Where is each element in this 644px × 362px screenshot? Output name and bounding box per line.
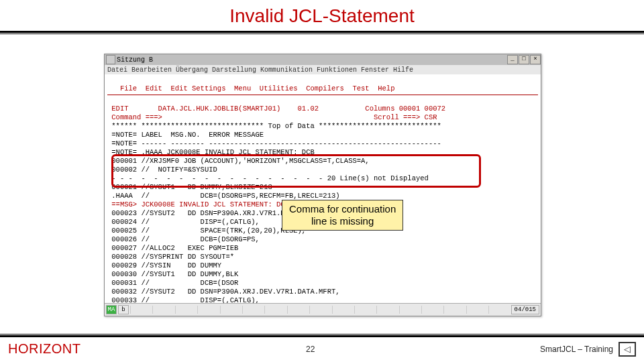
menu-item[interactable]: Kommunikation [260,66,313,74]
term-line: 000031 // DCB=(DSOR [107,279,238,287]
ispf-divider [107,95,538,95]
term-line: 000029 //SYSIN DD DUMMY [107,261,221,269]
callout-line1: Comma for continuation [289,203,396,215]
term-line-error: ==MSG> JCK0008E INVALID JCL STATEMENT: D… [107,200,289,208]
term-line: 000030 //SYSUT1 DD DUMMY,BLK [107,270,238,278]
slide-footer: HORIZONT 22 SmartJCL – Training ◁ [0,334,644,362]
minimize-button[interactable]: _ [507,55,518,64]
status-spacer [130,306,511,314]
status-indicator: MA [106,305,117,314]
term-line: EDIT DATA.JCL.HUK.JOBLIB(SMARTJ01) 01.02… [107,105,445,113]
term-line: 000032 //SYSUT2 DD DSN=P390A.XRJ.DEV.V7R… [107,288,340,296]
annotation-callout: Comma for continuation line is missing [282,200,403,231]
term-line: Command ===> Scroll ===> CSR [107,113,437,121]
cursor-position: 04/015 [511,305,539,314]
term-line: .HAAA // DCB=(DSORG=PS,RECFM=FB,LRECL=21… [107,192,340,200]
title-rule-thick [0,31,644,33]
term-line: 000024 // DISP=(,CATLG), [107,218,260,226]
app-icon [106,55,115,64]
slide-title: Invalid JCL-Statement [229,5,414,26]
title-rule-thin [0,34,644,34]
page-number: 22 [306,345,315,354]
status-indicator: b [118,305,129,314]
footer-rule-thin [0,334,644,335]
window-titlebar: Sitzung B _ □ × [105,54,541,65]
host-menu-bar: Datei Bearbeiten Übergang Darstellung Ko… [105,65,541,74]
menu-item[interactable]: Hilfe [393,66,413,74]
term-line: 000027 //ALLOC2 EXEC PGM=IEB [107,244,238,252]
product-name: SmartJCL – Training [540,345,613,354]
term-line: =NOTE= ------ -------- -----------------… [107,139,441,147]
term-line: 000021 //SYSUT1 DD DUMMY,BLKSIZE=213 [107,183,272,191]
maximize-button[interactable]: □ [519,55,529,64]
callout-line2: line is missing [289,215,396,227]
terminal-screenshot: Sitzung B _ □ × Datei Bearbeiten Übergan… [104,54,541,316]
menu-item[interactable]: Darstellung [212,66,256,74]
term-line: =NOTE= LABEL MSG.NO. ERROR MESSAGE [107,131,264,139]
menu-item[interactable]: Datei [107,66,127,74]
term-line: 000001 //XRJSMF0 JOB (ACCOUNT),'HORIZONT… [107,157,370,165]
terminal-content: File Edit Edit Settings Menu Utilities C… [105,74,541,316]
term-line: - - - - - - - - - - - - - - - - - - 20 L… [107,174,429,182]
term-line: 000002 // NOTIFY=&SYSUID [107,166,217,174]
menu-item[interactable]: Funktionen [317,66,357,74]
close-button[interactable]: × [530,55,541,64]
menu-item[interactable]: Fenster [361,66,389,74]
term-line: =NOTE= .HAAA JCK0008E INVALID JCL STATEM… [107,148,315,156]
term-line: 000025 // SPACE=(TRK,(20,20),RLSE), [107,227,306,235]
nav-back-icon[interactable]: ◁ [619,342,636,357]
term-line: 000026 // DCB=(DSORG=PS, [107,235,260,243]
window-title: Sitzung B [117,56,506,64]
menu-item[interactable]: Bearbeiten [131,66,172,74]
terminal-statusbar: MA b 04/015 [105,303,541,316]
ispf-menu-line: File Edit Edit Settings Menu Utilities C… [107,84,394,93]
brand-logo: HORIZONT [8,341,80,357]
term-line: ****** ***************************** Top… [107,122,441,130]
term-line: 000028 //SYSPRINT DD SYSOUT=* [107,253,234,261]
slide-title-area: Invalid JCL-Statement [0,0,644,29]
menu-item[interactable]: Übergang [176,66,208,74]
